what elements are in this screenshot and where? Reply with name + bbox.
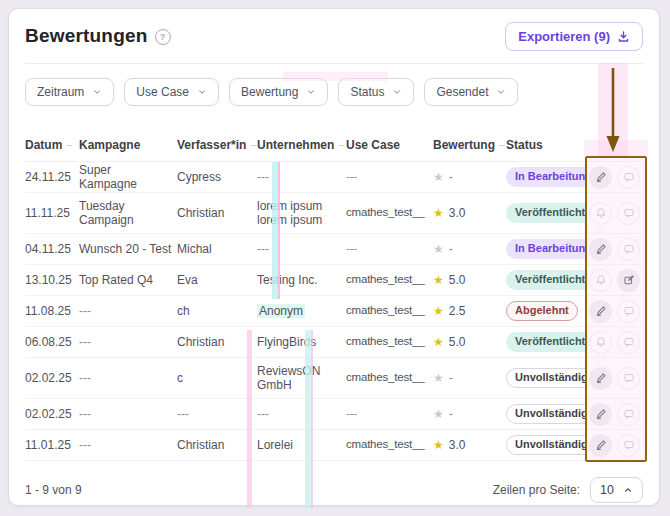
filter-dropdown-status[interactable]: Status	[338, 78, 414, 106]
table-body: 24.11.25Super KampagneCypress------★-In …	[25, 162, 643, 461]
cell-status: Veröffentlicht	[506, 203, 586, 222]
star-icon: ★	[433, 439, 444, 451]
rows-per-page-select[interactable]: 10	[590, 477, 643, 503]
star-icon: ★	[433, 336, 444, 348]
comment-action-button[interactable]	[617, 367, 640, 390]
cell-datum: 11.08.25	[25, 304, 79, 318]
status-badge: Abgelehnt	[506, 301, 578, 320]
comment-icon	[623, 207, 635, 219]
comment-action-button[interactable]	[617, 300, 640, 323]
column-header-verfasser-in[interactable]: Verfasser*in–	[177, 138, 257, 152]
edit-pencil-action-button[interactable]	[589, 403, 612, 426]
cell-verfasser: ---	[177, 407, 257, 421]
chevron-down-icon	[92, 87, 102, 97]
cell-kampagne: Super Kampagne	[79, 163, 177, 192]
cell-kampagne: ---	[79, 371, 177, 385]
rating-value: -	[449, 170, 453, 184]
cell-verfasser: Christian	[177, 438, 257, 452]
status-badge: Veröffentlicht	[506, 203, 586, 222]
column-header-label: Unternehmen	[257, 138, 334, 152]
cell-actions	[586, 367, 647, 390]
chevron-down-icon	[197, 87, 207, 97]
bell-action-button[interactable]	[589, 202, 612, 225]
status-badge: Unvollständig	[506, 435, 586, 454]
comment-icon	[623, 439, 635, 451]
bell-action-button[interactable]	[589, 269, 612, 292]
comment-action-button[interactable]	[617, 403, 640, 426]
comment-action-button[interactable]	[617, 238, 640, 261]
export-button[interactable]: Exportieren (9)	[505, 22, 643, 51]
cell-use-case: ---	[346, 242, 433, 256]
comment-icon	[623, 372, 635, 384]
edit-pencil-icon	[595, 243, 607, 255]
comment-action-button[interactable]	[617, 166, 640, 189]
filter-dropdown-gesendet[interactable]: Gesendet	[424, 78, 518, 106]
cell-status: Veröffentlicht	[506, 270, 586, 289]
cell-bewertung: ★2.5	[433, 304, 506, 318]
edit-pencil-action-button[interactable]	[589, 434, 612, 457]
rating-value: -	[449, 242, 453, 256]
comment-action-button[interactable]	[617, 202, 640, 225]
status-badge: Veröffentlicht	[506, 270, 586, 289]
question-circle-icon[interactable]: ?	[155, 29, 171, 45]
column-header-status[interactable]: Status	[506, 138, 586, 152]
cell-bewertung: ★3.0	[433, 206, 506, 220]
cell-unternehmen: Anonym	[257, 304, 346, 318]
comment-icon	[623, 336, 635, 348]
star-icon: ★	[433, 408, 444, 420]
column-header-bewertung[interactable]: Bewertung–	[433, 138, 506, 152]
sort-indicator-icon[interactable]: –	[338, 140, 344, 150]
cell-bewertung: ★-	[433, 407, 506, 421]
edit-pencil-action-button[interactable]	[589, 166, 612, 189]
filter-bar: ZeitraumUse CaseBewertungStatusGesendet	[25, 78, 643, 106]
column-header-unternehmen[interactable]: Unternehmen–	[257, 138, 346, 152]
cell-use-case: cmathes_test__	[346, 206, 433, 220]
cell-status: Abgelehnt	[506, 301, 586, 320]
cell-kampagne: Tuesday Campaign	[79, 199, 177, 228]
rows-per-page-value: 10	[600, 483, 614, 497]
comment-icon	[623, 305, 635, 317]
sort-indicator-icon[interactable]: –	[499, 140, 505, 150]
cell-kampagne: Top Rated Q4	[79, 273, 177, 287]
filter-dropdown-bewertung[interactable]: Bewertung	[229, 78, 328, 106]
cell-datum: 02.02.25	[25, 371, 79, 385]
edit-square-action-button[interactable]	[617, 269, 640, 292]
cell-actions	[586, 269, 647, 292]
column-header-datum[interactable]: Datum–	[25, 138, 79, 152]
rating-value: 5.0	[449, 273, 466, 287]
edit-pencil-icon	[595, 171, 607, 183]
column-header-label: Kampagne	[79, 138, 140, 152]
cell-status: Veröffentlicht	[506, 332, 586, 351]
page-background: Bewertungen ? Exportieren (9) ZeitraumUs…	[0, 0, 670, 516]
comment-icon	[623, 408, 635, 420]
cell-kampagne: Wunsch 20 - Test	[79, 242, 177, 256]
comment-action-button[interactable]	[617, 434, 640, 457]
column-header-use-case[interactable]: Use Case	[346, 138, 433, 152]
column-header-kampagne[interactable]: Kampagne	[79, 138, 177, 152]
cell-use-case: cmathes_test__	[346, 438, 433, 452]
cell-status: Unvollständig	[506, 404, 586, 423]
table-row: 13.10.25Top Rated Q4EvaTesting Inc.cmath…	[25, 265, 643, 296]
bell-icon	[595, 336, 607, 348]
filter-label: Zeitraum	[37, 85, 84, 99]
edit-pencil-action-button[interactable]	[589, 238, 612, 261]
cell-unternehmen: ---	[257, 242, 346, 256]
filter-dropdown-use-case[interactable]: Use Case	[124, 78, 219, 106]
rating-value: -	[449, 371, 453, 385]
table-row: 02.02.25------------★-Unvollständig	[25, 399, 643, 430]
cell-bewertung: ★-	[433, 170, 506, 184]
edit-pencil-action-button[interactable]	[589, 300, 612, 323]
cell-unternehmen: ---	[257, 407, 346, 421]
cell-kampagne: ---	[79, 304, 177, 318]
sort-indicator-icon[interactable]: –	[250, 140, 256, 150]
edit-pencil-action-button[interactable]	[589, 367, 612, 390]
bell-action-button[interactable]	[589, 331, 612, 354]
comment-action-button[interactable]	[617, 331, 640, 354]
cell-use-case: ---	[346, 407, 433, 421]
table-row: 11.11.25Tuesday CampaignChristianlorem i…	[25, 193, 643, 234]
filter-dropdown-zeitraum[interactable]: Zeitraum	[25, 78, 114, 106]
cell-kampagne: ---	[79, 335, 177, 349]
cell-actions	[586, 300, 647, 323]
sort-indicator-icon[interactable]: –	[66, 140, 72, 150]
cell-unternehmen: ---	[257, 170, 346, 184]
